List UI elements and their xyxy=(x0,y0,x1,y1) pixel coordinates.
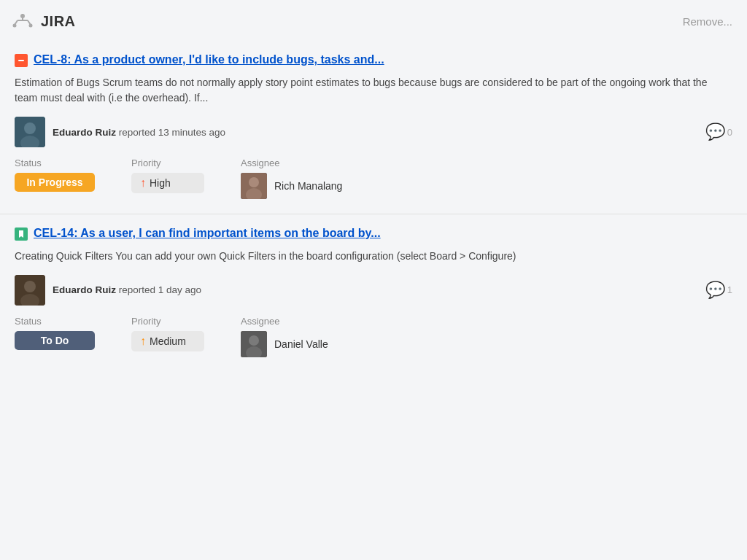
reporter-text-2: Eduardo Ruiz reported 1 day ago xyxy=(53,284,201,295)
app-title: JIRA xyxy=(41,13,76,30)
priority-arrow-icon-2: ↑ xyxy=(140,335,146,348)
reporter-time-1: reported 13 minutes ago xyxy=(119,127,225,138)
meta-row-1: Status In Progress Priority ↑ High Assig… xyxy=(15,158,732,199)
assignee-avatar-2 xyxy=(241,331,267,357)
reporter-avatar-1 xyxy=(15,117,45,147)
comment-icon-2: 💬 xyxy=(705,281,725,300)
reporter-row-1: Eduardo Ruiz reported 13 minutes ago 💬 0 xyxy=(15,117,732,147)
assignee-row-1: Rich Manalang xyxy=(241,173,342,199)
comment-count-1: 0 xyxy=(727,127,732,138)
issue-title-row-2: CEL-14: As a user, I can find important … xyxy=(15,226,732,241)
meta-status-1: Status In Progress xyxy=(15,158,95,192)
svg-point-5 xyxy=(13,24,17,28)
reporter-row-2: Eduardo Ruiz reported 1 day ago 💬 1 xyxy=(15,275,732,306)
assignee-label-1: Assignee xyxy=(241,158,342,168)
assignee-name-2: Daniel Valle xyxy=(274,338,328,350)
card-body-2: Eduardo Ruiz reported 1 day ago 💬 1 Stat… xyxy=(15,275,732,357)
assignee-name-1: Rich Manalang xyxy=(274,180,342,192)
issue-link-1[interactable]: CEL-8: As a product owner, I'd like to i… xyxy=(34,52,384,68)
assignee-label-2: Assignee xyxy=(241,316,328,327)
reporter-avatar-2 xyxy=(15,275,45,306)
issue-card-2: CEL-14: As a user, I can find important … xyxy=(0,214,747,371)
issue-description-1: Estimation of Bugs Scrum teams do not no… xyxy=(15,75,732,106)
issue-card-1: CEL-8: As a product owner, I'd like to i… xyxy=(0,41,747,214)
svg-point-20 xyxy=(249,335,259,346)
status-label-1: Status xyxy=(15,158,95,168)
meta-row-2: Status To Do Priority ↑ Medium Assignee xyxy=(15,316,732,357)
svg-point-6 xyxy=(29,24,33,28)
remove-link[interactable]: Remove... xyxy=(683,15,732,28)
meta-priority-2: Priority ↑ Medium xyxy=(131,316,204,351)
issue-link-2[interactable]: CEL-14: As a user, I can find important … xyxy=(34,226,381,241)
issue-title-row-1: CEL-8: As a product owner, I'd like to i… xyxy=(15,52,732,68)
comment-section-2: 💬 1 xyxy=(705,281,732,300)
app-container: JIRA Remove... CEL-8: As a product owner… xyxy=(0,0,747,372)
reporter-time-2: reported 1 day ago xyxy=(119,284,201,295)
reporter-text-1: Eduardo Ruiz reported 13 minutes ago xyxy=(53,127,225,138)
status-badge-2: To Do xyxy=(15,331,95,350)
reporter-name-1: Eduardo Ruiz xyxy=(53,127,116,138)
card-body-1: Eduardo Ruiz reported 13 minutes ago 💬 0… xyxy=(15,117,732,199)
jira-logo-icon xyxy=(12,10,34,32)
svg-point-10 xyxy=(24,122,36,134)
header: JIRA Remove... xyxy=(0,0,747,41)
issue-description-2: Creating Quick Filters You can add your … xyxy=(15,249,732,265)
assignee-row-2: Daniel Valle xyxy=(241,331,328,357)
priority-label-1: Priority xyxy=(131,158,204,168)
priority-value-1: High xyxy=(150,177,171,189)
meta-assignee-2: Assignee Daniel Valle xyxy=(241,316,328,357)
priority-arrow-icon-1: ↑ xyxy=(140,176,146,190)
meta-status-2: Status To Do xyxy=(15,316,95,350)
svg-point-13 xyxy=(249,177,259,187)
priority-badge-2: ↑ Medium xyxy=(131,331,204,351)
svg-rect-8 xyxy=(18,60,24,61)
header-left: JIRA xyxy=(12,10,76,32)
story-type-icon xyxy=(15,228,28,241)
status-badge-1: In Progress xyxy=(15,173,95,192)
comment-section-1: 💬 0 xyxy=(705,122,732,141)
meta-priority-1: Priority ↑ High xyxy=(131,158,204,193)
priority-value-2: Medium xyxy=(150,335,186,347)
priority-label-2: Priority xyxy=(131,316,204,327)
bug-type-icon xyxy=(15,54,28,67)
status-label-2: Status xyxy=(15,316,95,327)
meta-assignee-1: Assignee Rich Manalang xyxy=(241,158,342,199)
svg-point-17 xyxy=(24,281,36,292)
assignee-avatar-1 xyxy=(241,173,267,199)
reporter-name-2: Eduardo Ruiz xyxy=(53,284,116,295)
comment-icon-1: 💬 xyxy=(705,122,725,141)
priority-badge-1: ↑ High xyxy=(131,173,204,193)
comment-count-2: 1 xyxy=(727,284,732,295)
